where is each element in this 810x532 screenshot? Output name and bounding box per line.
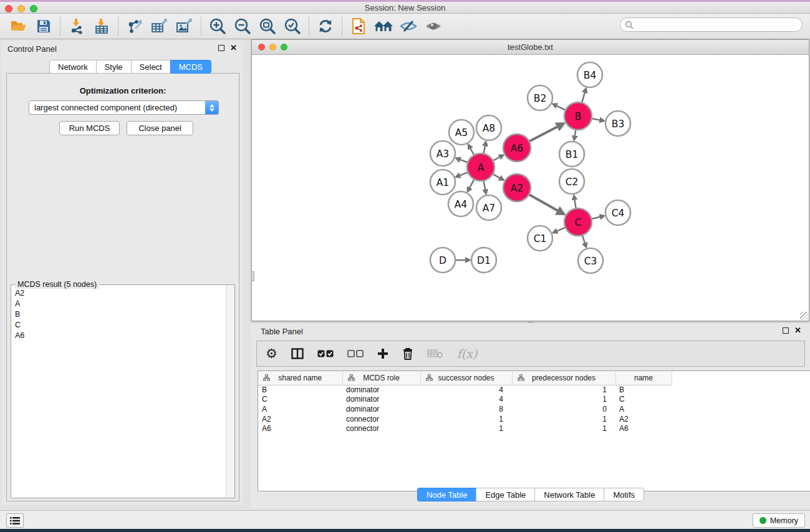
edge-C-C4[interactable] (591, 217, 600, 219)
graph-node-B4[interactable]: B4 (577, 62, 602, 87)
delete-table-button[interactable] (427, 344, 443, 363)
graph-node-A8[interactable]: A8 (476, 115, 501, 140)
graph-node-A5[interactable]: A5 (449, 120, 474, 145)
run-mcds-button[interactable]: Run MCDS (59, 121, 120, 135)
mcds-result-item[interactable]: A2 (12, 288, 225, 298)
graph-node-C4[interactable]: C4 (605, 200, 630, 225)
edge-B-B3[interactable] (592, 118, 600, 120)
graph-node-A4[interactable]: A4 (448, 191, 473, 216)
tab-style[interactable]: Style (96, 60, 131, 74)
edge-A-A4[interactable] (470, 179, 475, 188)
export-image-button[interactable] (172, 16, 197, 37)
column-header-predecessor-nodes[interactable]: predecessor nodes (512, 371, 615, 385)
column-header-MCDS-role[interactable]: MCDS role (342, 371, 420, 385)
import-table-button[interactable] (89, 16, 114, 37)
tab-motifs[interactable]: Motifs (604, 488, 644, 501)
table-row[interactable]: Cdominator41C (258, 395, 810, 405)
network-canvas[interactable]: AA1A2A3A4A5A6A7A8BB1B2B3B4CC1C2C3C4DD1 (252, 55, 809, 321)
deselect-all-button[interactable] (347, 344, 364, 363)
edge-B-B4[interactable] (582, 92, 585, 103)
mcds-result-item[interactable]: A6 (12, 330, 225, 341)
graph-node-C[interactable]: C (564, 208, 592, 236)
close-panel-button[interactable]: Close panel (127, 121, 193, 135)
column-header-name[interactable]: name (615, 371, 672, 385)
graph-node-D1[interactable]: D1 (471, 248, 496, 273)
edge-A6-B[interactable] (529, 127, 558, 142)
open-file-button[interactable] (6, 16, 31, 37)
hide-panel-button[interactable] (396, 16, 421, 37)
graph-node-A2[interactable]: A2 (503, 174, 531, 201)
tab-select[interactable]: Select (131, 60, 170, 74)
task-history-button[interactable] (6, 513, 24, 528)
graph-node-A7[interactable]: A7 (476, 195, 501, 220)
graph-node-A3[interactable]: A3 (430, 141, 455, 166)
graph-node-A1[interactable]: A1 (430, 170, 455, 195)
select-all-button[interactable] (317, 344, 334, 363)
tab-mcds[interactable]: MCDS (170, 60, 211, 74)
edge-A2-C[interactable] (529, 195, 558, 211)
graph-node-C3[interactable]: C3 (578, 248, 603, 273)
settings-gear-button[interactable]: ⚙ (266, 344, 277, 363)
mcds-result-item[interactable]: A (12, 298, 225, 309)
edge-A-A2[interactable] (493, 174, 500, 178)
mcds-result-item[interactable]: C (12, 319, 225, 330)
open-session-button[interactable] (346, 16, 371, 37)
graph-node-C1[interactable]: C1 (528, 226, 552, 251)
export-network-button[interactable] (122, 16, 147, 37)
home-button[interactable] (371, 16, 396, 37)
tab-node-table[interactable]: Node Table (417, 488, 476, 501)
zoom-selected-button[interactable] (280, 16, 305, 37)
graph-node-B[interactable]: B (564, 102, 592, 130)
graph-node-A[interactable]: A (467, 153, 494, 181)
mcds-result-item[interactable]: B (12, 309, 225, 319)
import-network-button[interactable] (64, 16, 89, 37)
zoom-out-button[interactable] (230, 16, 255, 37)
edge-A-A6[interactable] (493, 157, 499, 161)
graph-node-B3[interactable]: B3 (605, 111, 630, 136)
float-panel-icon[interactable] (218, 45, 224, 51)
tab-network[interactable]: Network (49, 60, 96, 74)
edge-B-B2[interactable] (556, 106, 566, 110)
visibility-button[interactable] (421, 16, 446, 37)
table-row[interactable]: Bdominator41B (258, 385, 810, 395)
close-table-panel-icon[interactable]: ✕ (794, 327, 801, 334)
tab-edge-table[interactable]: Edge Table (476, 488, 534, 501)
column-header-successor-nodes[interactable]: successor nodes (420, 371, 512, 385)
graph-node-D[interactable]: D (430, 248, 455, 273)
graph-node-B1[interactable]: B1 (559, 142, 584, 167)
result-scrollbar[interactable] (226, 285, 234, 498)
column-view-button[interactable] (291, 344, 304, 363)
edge-A-A3[interactable] (460, 160, 468, 163)
float-table-panel-icon[interactable] (783, 327, 789, 334)
edge-A-A1[interactable] (460, 172, 468, 175)
memory-button[interactable]: Memory (753, 513, 805, 528)
edge-A-A8[interactable] (483, 146, 485, 154)
tab-network-table[interactable]: Network Table (534, 488, 604, 501)
zoom-in-button[interactable] (205, 16, 230, 37)
criterion-dropdown[interactable]: largest connected component (directed) (29, 100, 219, 115)
refresh-button[interactable] (313, 16, 338, 37)
zoom-fit-button[interactable] (255, 16, 280, 37)
graph-node-C2[interactable]: C2 (559, 169, 584, 194)
table-row[interactable]: A2connector11A2 (258, 414, 810, 424)
close-panel-icon[interactable]: ✕ (230, 44, 237, 52)
table-row[interactable]: Adominator80A (258, 404, 810, 414)
splitter-grip-icon[interactable] (251, 271, 254, 281)
column-header-shared-name[interactable]: shared name (258, 371, 342, 385)
network-window-titlebar[interactable]: testGlobe.txt (252, 40, 809, 55)
edge-C-C2[interactable] (574, 200, 576, 208)
resize-grip-icon[interactable] (800, 312, 808, 320)
export-table-button[interactable] (147, 16, 172, 37)
edge-A-A5[interactable] (470, 148, 474, 155)
save-session-button[interactable] (31, 16, 56, 37)
table-row[interactable]: A6connector11A6 (258, 423, 810, 433)
add-column-button[interactable] (377, 344, 388, 363)
search-input[interactable] (634, 19, 802, 31)
edge-B-B1[interactable] (575, 130, 576, 136)
graph-node-A6[interactable]: A6 (503, 134, 531, 162)
graph-node-B2[interactable]: B2 (528, 85, 552, 110)
function-builder-button[interactable]: f(x) (457, 344, 478, 363)
edge-C-C1[interactable] (557, 228, 566, 231)
delete-button[interactable] (402, 344, 413, 363)
edge-A-A7[interactable] (483, 181, 485, 190)
